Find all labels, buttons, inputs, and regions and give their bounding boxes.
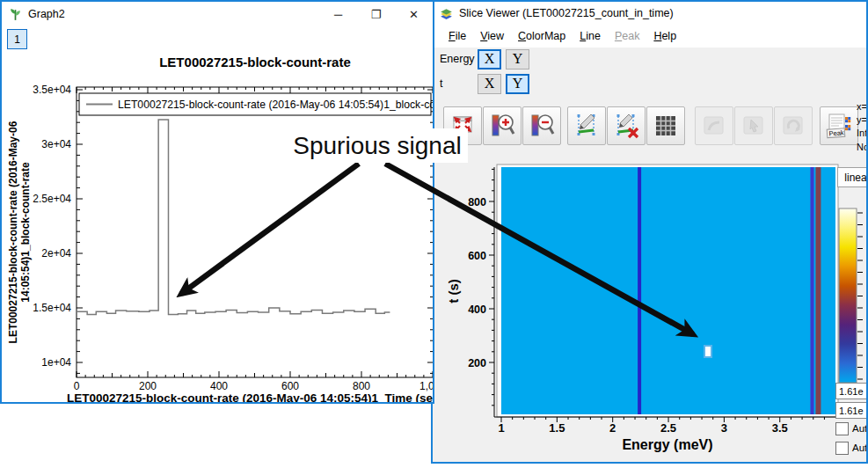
svg-text:600: 600 [281, 380, 299, 392]
menu-peak: Peak [608, 26, 647, 46]
colorbar-zoom-in-button[interactable] [483, 106, 522, 145]
svg-text:1.5: 1.5 [549, 421, 565, 435]
refresh-icon [778, 111, 808, 141]
svg-text:3.5e+04: 3.5e+04 [33, 84, 71, 96]
readout-intensity: Int [857, 128, 867, 138]
svg-text:800: 800 [468, 196, 486, 208]
close-button[interactable]: ✕ [395, 2, 433, 26]
svg-text:1: 1 [498, 421, 504, 435]
svg-text:Energy (meV): Energy (meV) [622, 437, 712, 452]
colorbar-max-field[interactable]: 1.61e [835, 383, 868, 399]
svg-text:2.5e+04: 2.5e+04 [33, 193, 71, 205]
menu-file[interactable]: File [441, 26, 473, 46]
readout-x: x= [857, 101, 867, 112]
svg-text:3: 3 [721, 421, 727, 435]
colorbar [839, 208, 857, 383]
svg-text:600: 600 [468, 250, 486, 262]
energy-x-button[interactable]: X [478, 49, 501, 69]
svg-text:400: 400 [468, 303, 486, 316]
svg-text:LET00027215-block-count-rate: LET00027215-block-count-rate [159, 55, 351, 69]
autoscale-max-checkbox[interactable] [835, 422, 849, 435]
color-scale-button[interactable]: linear [837, 167, 868, 187]
slice-viewer-app-icon [439, 6, 454, 21]
grid-icon [651, 111, 681, 141]
energy-dim-row: Energy X Y [440, 48, 534, 69]
peaks-overlay-button[interactable]: Peak [820, 106, 858, 145]
autoscale-min-checkbox[interactable] [835, 442, 849, 455]
graph2-window: Graph2 ─ ❐ ✕ 1 LET00027215-block-count-r… [0, 0, 434, 404]
slice-viewer-title: Slice Viewer (LET00027215_count_in_time) [459, 7, 674, 19]
rebin-button [695, 106, 733, 145]
svg-text:400: 400 [210, 380, 228, 392]
autoscale-min-row: Aut [835, 442, 867, 454]
svg-text:3e+04: 3e+04 [41, 138, 71, 150]
reset-zoom-button[interactable] [443, 106, 482, 145]
readout-normalization: No [857, 142, 868, 152]
rebin-icon [699, 111, 729, 141]
reset-zoom-icon [448, 111, 478, 141]
svg-text:2: 2 [609, 421, 616, 435]
svg-text:14:05:54)1_block-count-rate: 14:05:54)1_block-count-rate [19, 162, 32, 303]
zoom-out-icon [527, 111, 557, 141]
heatmap-image [501, 167, 835, 414]
block-count-rate-curve [77, 120, 390, 314]
autoscale-min-label: Aut [852, 442, 867, 453]
svg-text:200: 200 [468, 357, 486, 369]
svg-text:LET00027215-block-count-rate (: LET00027215-block-count-rate (2016-May-0… [118, 99, 434, 111]
pointer-icon [739, 111, 769, 141]
peaks-icon-label: Peak [828, 128, 844, 137]
slice-plot-canvas[interactable]: 200400600800t (s)11.522.533.5Energy (meV… [433, 2, 868, 464]
menu-line[interactable]: Line [573, 26, 608, 46]
svg-text:1,000: 1,000 [419, 380, 434, 392]
draw-line-icon [572, 111, 602, 141]
autoscale-max-label: Aut [852, 423, 867, 434]
peaks-icon: Peak [824, 111, 854, 141]
remove-line-button[interactable] [607, 106, 646, 145]
t-dim-row: t X Y [440, 73, 534, 94]
readout-y: y= [857, 114, 867, 125]
zoom-in-icon [487, 111, 517, 141]
heatmap-vline [638, 167, 641, 414]
svg-text:0: 0 [74, 380, 80, 392]
menu-help[interactable]: Help [646, 26, 683, 46]
svg-text:200: 200 [139, 380, 157, 392]
toggle-grid-button[interactable] [646, 106, 685, 145]
svg-text:t (s): t (s) [446, 279, 461, 303]
slice-viewer-titlebar[interactable]: Slice Viewer (LET00027215_count_in_time) [433, 2, 866, 25]
heatmap-vline [810, 167, 813, 414]
t-y-button[interactable]: Y [506, 74, 529, 94]
svg-text:1e+04: 1e+04 [41, 356, 71, 369]
maximize-button[interactable]: ❐ [357, 2, 395, 26]
delete-line-icon [611, 111, 641, 141]
svg-text:800: 800 [353, 380, 370, 392]
svg-text:LET00027215-block-count-rate (: LET00027215-block-count-rate (2016-May-0… [67, 391, 434, 404]
overlay-line-button[interactable] [567, 106, 606, 145]
slice-viewer-menubar: File View ColorMap Line Peak Help [433, 25, 866, 48]
svg-text:3.5: 3.5 [772, 421, 788, 435]
menu-view[interactable]: View [473, 26, 511, 46]
minimize-button[interactable]: ─ [319, 2, 357, 26]
slice-viewer-window: Slice Viewer (LET00027215_count_in_time)… [431, 0, 868, 464]
energy-y-button[interactable]: Y [506, 49, 529, 69]
heatmap-vline [815, 167, 821, 414]
spurious-spot [704, 346, 711, 357]
plot-frame [77, 87, 434, 377]
colorbar-zoom-out-button[interactable] [522, 106, 561, 145]
energy-dim-label: Energy [440, 53, 478, 65]
menu-colormap[interactable]: ColorMap [511, 26, 573, 46]
t-dim-label: t [440, 77, 478, 90]
autoscale-max-row: Aut [835, 422, 867, 435]
t-x-button[interactable]: X [478, 74, 501, 94]
svg-text:2.5: 2.5 [660, 421, 676, 435]
graph2-plot-canvas[interactable]: LET00027215-block-count-rate020040060080… [2, 2, 434, 404]
refresh-rebin-button [774, 106, 813, 145]
svg-text:LET00027215-block-count-rate (: LET00027215-block-count-rate (2016-May-0… [7, 121, 19, 343]
colorbar-min-field[interactable]: 1.61e [835, 402, 868, 419]
svg-text:1.5e+04: 1.5e+04 [33, 302, 71, 314]
svg-text:2e+04: 2e+04 [41, 247, 71, 260]
pick-rebin-button [734, 106, 773, 145]
